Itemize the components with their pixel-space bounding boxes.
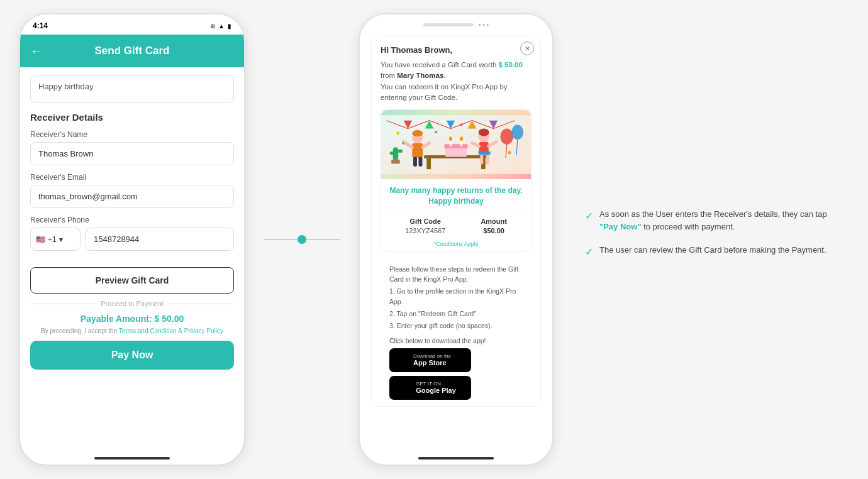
status-icons: ⊕ ▲ ▮ — [210, 23, 231, 30]
info-point-1: ✓ As soon as the User enters the Receive… — [585, 208, 837, 233]
svg-point-32 — [511, 125, 523, 140]
status-bar-1: 4:14 ⊕ ▲ ▮ — [20, 14, 244, 35]
home-bar-2 — [418, 457, 494, 460]
section-title-receiver: Receiver Details — [30, 112, 234, 123]
phone-header: ← Send Gift Card — [20, 35, 244, 67]
svg-rect-7 — [426, 158, 431, 169]
gift-description: You have received a Gift Card worth $ 50… — [381, 60, 531, 103]
gift-card-details: Gift Code 123XYZ4567 Amount $50.00 — [381, 212, 531, 241]
name-input[interactable] — [30, 142, 234, 165]
svg-rect-35 — [390, 151, 396, 155]
message-input[interactable]: Happy birthday — [30, 75, 234, 103]
chevron-down-icon: ▾ — [59, 235, 63, 244]
preview-gift-card-button[interactable]: Preview Gift Card — [30, 267, 234, 294]
gift-modal-body: Hi Thomas Brown, You have received a Gif… — [372, 36, 540, 406]
svg-rect-17 — [412, 143, 423, 158]
svg-rect-37 — [391, 160, 400, 164]
close-button[interactable]: ✕ — [520, 41, 534, 55]
svg-point-13 — [449, 136, 452, 141]
gift-card-message: Many many happy returns of the day. Happ… — [381, 179, 531, 212]
connector-dot — [298, 235, 306, 244]
gift-download-section: Click below to download the app! Downloa… — [381, 332, 531, 406]
gift-greeting: Hi Thomas Brown, — [381, 45, 531, 55]
download-label: Click below to download the app! — [389, 337, 523, 344]
name-group: Receiver's Name — [30, 130, 234, 165]
proceed-divider: Proceed to Payment — [30, 300, 234, 307]
gift-conditions: *Conditions Apply — [381, 241, 531, 251]
svg-rect-26 — [480, 155, 483, 164]
country-code-select[interactable]: 🇺🇸 +1 ▾ — [30, 228, 81, 251]
phone-2: • • • ✕ Hi Thomas Brown, You have receiv… — [359, 13, 554, 466]
email-label: Receiver's Email — [30, 173, 234, 182]
gift-card-image — [381, 110, 531, 179]
svg-point-23 — [479, 129, 489, 136]
info-text-1: As soon as the User enters the Receiver'… — [599, 208, 837, 233]
email-input[interactable] — [30, 185, 234, 208]
svg-rect-27 — [486, 155, 489, 164]
info-points-list: ✓ As soon as the User enters the Receive… — [585, 208, 837, 271]
info-text-2: The user can review the Gift Card before… — [599, 244, 826, 256]
svg-point-16 — [412, 130, 423, 136]
connector-line — [264, 239, 340, 240]
phone-number-input[interactable] — [86, 228, 234, 251]
svg-point-14 — [460, 136, 463, 141]
google-play-icon: ▶ — [404, 382, 412, 394]
svg-point-41 — [508, 151, 511, 154]
svg-point-30 — [501, 129, 513, 145]
phone-body: Happy birthday Receiver Details Receiver… — [20, 67, 244, 466]
notch-dots: • • • — [479, 21, 489, 28]
check-icon-2: ✓ — [585, 245, 593, 260]
terms-text: By proceeding, I accept the Terms and Co… — [30, 328, 234, 334]
payable-amount-value: $ 50.00 — [155, 314, 184, 324]
header-title: Send Gift Card — [50, 45, 214, 57]
svg-rect-40 — [435, 131, 437, 133]
name-label: Receiver's Name — [30, 130, 234, 139]
info-panel: ✓ As soon as the User enters the Receive… — [572, 195, 849, 284]
gift-instructions: Please follow these steps to redeem the … — [381, 258, 531, 331]
gift-amount: $ 50.00 — [499, 61, 523, 69]
party-scene-svg — [381, 110, 531, 179]
location-icon: ⊕ — [210, 23, 215, 30]
svg-rect-10 — [444, 144, 467, 148]
google-play-button[interactable]: ▶ GET IT ON Google Play — [389, 376, 471, 400]
wifi-icon: ▲ — [218, 23, 225, 30]
phone-label: Receiver's Phone — [30, 216, 234, 224]
time-display: 4:14 — [33, 21, 48, 30]
phone-group: Receiver's Phone 🇺🇸 +1 ▾ — [30, 216, 234, 251]
terms-link[interactable]: Terms and Condition & Privacy Policy — [119, 328, 223, 334]
back-button[interactable]: ← — [30, 44, 43, 58]
payable-amount: Payable Amount: $ 50.00 — [30, 314, 234, 324]
phone-1: 4:14 ⊕ ▲ ▮ ← Send Gift Card Happy birthd… — [19, 13, 245, 466]
pay-now-button[interactable]: Pay Now — [30, 341, 234, 370]
notch-pill — [423, 23, 474, 26]
status-bar-2: • • • — [360, 14, 552, 32]
gift-amount-col: Amount $50.00 — [481, 217, 507, 234]
gift-code-col: Gift Code 123XYZ4567 — [405, 217, 445, 234]
gift-card-visual: Many many happy returns of the day. Happ… — [381, 109, 531, 251]
flag-icon: 🇺🇸 — [36, 235, 45, 244]
svg-rect-19 — [419, 157, 423, 167]
svg-rect-36 — [398, 150, 403, 153]
svg-marker-25 — [478, 151, 491, 155]
check-icon-1: ✓ — [585, 209, 593, 224]
phone-row: 🇺🇸 +1 ▾ — [30, 228, 234, 251]
email-group: Receiver's Email — [30, 173, 234, 208]
sender-name: Mary Thomas — [397, 72, 443, 79]
home-bar — [94, 457, 170, 460]
info-point-2: ✓ The user can review the Gift Card befo… — [585, 244, 837, 260]
app-store-button[interactable]: Download on the App Store — [389, 348, 471, 372]
gift-modal: ✕ Hi Thomas Brown, You have received a G… — [371, 36, 541, 407]
svg-rect-18 — [413, 157, 417, 167]
battery-icon: ▮ — [228, 23, 231, 30]
